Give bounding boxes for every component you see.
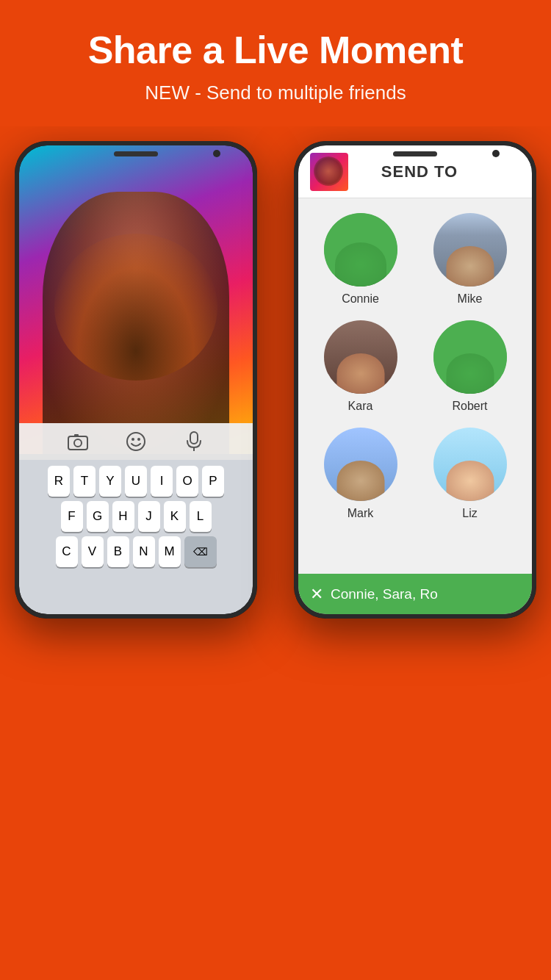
send-to-label: SEND TO	[357, 162, 520, 181]
send-to-screen: SEND TO Connie Mike	[298, 145, 532, 614]
key-y[interactable]: Y	[99, 466, 121, 497]
key-i[interactable]: I	[151, 466, 173, 497]
face-icon[interactable]	[124, 430, 148, 453]
svg-point-3	[127, 433, 145, 450]
avatar-kara	[324, 320, 397, 394]
right-phone: SEND TO Connie Mike	[294, 141, 536, 619]
contact-mike[interactable]: Mike	[422, 213, 517, 306]
key-v[interactable]: V	[82, 536, 104, 567]
key-k[interactable]: K	[164, 501, 186, 532]
header: Share a Live Moment NEW - Send to multip…	[0, 0, 551, 126]
svg-rect-6	[190, 432, 198, 444]
left-phone-screen: R T Y U I O P F G H J K L C	[19, 145, 253, 614]
contact-name-robert: Robert	[452, 400, 487, 413]
header-subtitle: NEW - Send to multiple friends	[15, 82, 536, 104]
key-j[interactable]: J	[138, 501, 160, 532]
key-f[interactable]: F	[61, 501, 83, 532]
right-phone-speaker	[393, 151, 437, 156]
key-l[interactable]: L	[190, 501, 212, 532]
selected-names: Connie, Sara, Ro	[331, 586, 438, 602]
key-t[interactable]: T	[73, 466, 96, 497]
contact-name-mark: Mark	[347, 507, 374, 520]
preview-thumbnail	[310, 153, 348, 191]
header-title: Share a Live Moment	[15, 29, 536, 71]
camera-icon[interactable]	[66, 430, 90, 453]
contact-name-mike: Mike	[458, 292, 483, 306]
close-icon[interactable]: ✕	[310, 585, 323, 604]
key-o[interactable]: O	[176, 466, 198, 497]
key-p[interactable]: P	[202, 466, 224, 497]
svg-point-1	[74, 439, 82, 447]
keyboard-row-3: C V B N M ⌫	[22, 536, 250, 567]
svg-rect-2	[74, 434, 79, 437]
svg-point-5	[137, 438, 140, 441]
key-h[interactable]: H	[112, 501, 134, 532]
key-c[interactable]: C	[56, 536, 78, 567]
phones-container: R T Y U I O P F G H J K L C	[0, 126, 551, 876]
contact-name-liz: Liz	[462, 507, 477, 520]
contacts-grid: Connie Mike Kara Robert	[298, 198, 532, 527]
svg-point-4	[132, 438, 134, 441]
avatar-liz	[433, 428, 507, 501]
key-m[interactable]: M	[159, 536, 181, 567]
camera-toolbar	[19, 423, 253, 460]
avatar-mike	[433, 213, 507, 287]
key-u[interactable]: U	[125, 466, 147, 497]
send-bar[interactable]: ✕ Connie, Sara, Ro	[298, 574, 532, 614]
contact-robert[interactable]: Robert	[422, 320, 517, 413]
svg-rect-0	[68, 436, 87, 450]
delete-key[interactable]: ⌫	[184, 536, 217, 567]
send-to-content: SEND TO Connie Mike	[298, 145, 532, 614]
contact-kara[interactable]: Kara	[313, 320, 408, 413]
avatar-mark	[324, 428, 397, 501]
avatar-robert	[433, 320, 507, 394]
microphone-icon[interactable]	[182, 430, 206, 453]
key-g[interactable]: G	[87, 501, 109, 532]
contact-name-kara: Kara	[348, 400, 373, 413]
contact-mark[interactable]: Mark	[313, 428, 408, 520]
phone-speaker	[114, 151, 158, 156]
left-phone: R T Y U I O P F G H J K L C	[15, 141, 257, 619]
keyboard-row-1: R T Y U I O P	[22, 466, 250, 497]
keyboard[interactable]: R T Y U I O P F G H J K L C	[19, 460, 253, 614]
contact-name-connie: Connie	[342, 292, 379, 306]
key-r[interactable]: R	[48, 466, 70, 497]
key-b[interactable]: B	[107, 536, 129, 567]
keyboard-row-2: F G H J K L	[22, 501, 250, 532]
contact-liz[interactable]: Liz	[422, 428, 517, 520]
key-n[interactable]: N	[133, 536, 155, 567]
avatar-connie	[324, 213, 397, 287]
party-photo	[19, 145, 253, 454]
contact-connie[interactable]: Connie	[313, 213, 408, 306]
